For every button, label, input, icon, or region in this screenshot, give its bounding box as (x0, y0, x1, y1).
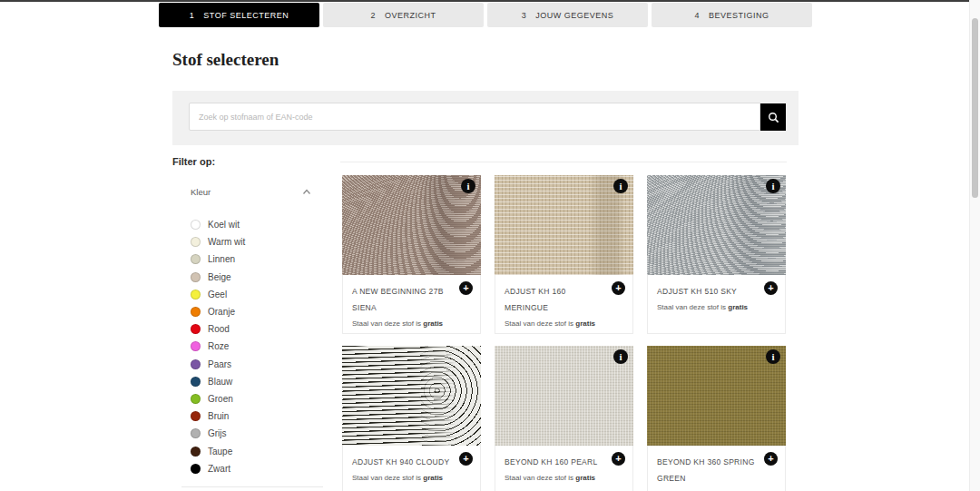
card-body: ADJUST KH 940 CLOUDY Staal van deze stof… (343, 446, 480, 482)
color-filter-roze[interactable]: Roze (191, 338, 245, 355)
fabric-card: i ADJUST KH 160 MERINGUE Staal van deze … (495, 175, 633, 334)
color-swatch-icon (191, 464, 201, 474)
fabric-name: ADJUST KH 510 SKY (657, 283, 764, 300)
add-sample-button[interactable]: + (612, 281, 625, 295)
card-body: BEYOND KH 360 SPRING GREEN Staal van dez… (648, 446, 785, 491)
fabric-card: i ADJUST KH 510 SKY Staal van deze stof … (647, 175, 786, 334)
card-body: ADJUST KH 160 MERINGUE Staal van deze st… (495, 275, 632, 328)
page-title: Stof selecteren (172, 50, 279, 70)
step-number: 3 (522, 11, 527, 20)
fabric-note: Staal van deze stof is gratis (505, 319, 623, 328)
fabric-name: A NEW BEGINNING 27B SIENA (352, 283, 459, 316)
search-panel (172, 91, 799, 145)
step-number: 4 (694, 11, 700, 20)
step-tab-overzicht[interactable]: 2 OVERZICHT (323, 3, 484, 27)
fabric-note: Staal van deze stof is gratis (657, 303, 776, 311)
color-filter-rood[interactable]: Rood (191, 320, 245, 338)
color-swatch-icon (191, 394, 201, 404)
fabric-note: Staal van deze stof is gratis (352, 319, 471, 328)
info-icon[interactable]: i (613, 349, 628, 364)
color-filter-warm-wit[interactable]: Warm wit (191, 233, 245, 250)
add-sample-button[interactable]: + (764, 281, 778, 295)
fabric-note: Staal van deze stof is gratis (505, 474, 623, 482)
card-body: BEYOND KH 160 PEARL Staal van deze stof … (495, 446, 632, 482)
fabric-card: i BEYOND KH 160 PEARL Staal van deze sto… (495, 346, 633, 491)
color-filter-koel-wit[interactable]: Koel wit (191, 216, 245, 233)
step-tab-bevestiging[interactable]: 4 BEVESTIGING (652, 3, 812, 27)
color-swatch-icon (191, 428, 201, 438)
info-icon[interactable]: i (766, 349, 780, 364)
card-body: A NEW BEGINNING 27B SIENA Staal van deze… (343, 275, 480, 328)
filter-group-label: Kleur (191, 187, 211, 197)
add-sample-button[interactable]: + (764, 452, 778, 466)
color-filter-linnen[interactable]: Linnen (191, 250, 245, 268)
fabric-name: ADJUST KH 940 CLOUDY (352, 454, 459, 470)
grid-top-divider (340, 162, 787, 162)
chevron-up-icon (302, 189, 311, 195)
color-swatch-icon (191, 359, 201, 369)
search-input[interactable] (189, 103, 760, 131)
color-filter-geel[interactable]: Geel (191, 286, 245, 303)
search-button[interactable] (760, 103, 786, 131)
color-swatch-icon (191, 447, 201, 457)
color-swatch-icon (191, 324, 201, 334)
filter-heading: Filter op: (172, 156, 215, 167)
color-swatch-icon (191, 307, 201, 317)
fabric-swatch-image[interactable]: i (495, 175, 633, 275)
card-body: ADJUST KH 510 SKY Staal van deze stof is… (648, 275, 785, 311)
color-swatch-icon (191, 377, 201, 387)
add-sample-button[interactable]: + (612, 452, 625, 466)
step-label: OVERZICHT (385, 11, 436, 20)
fabric-swatch-image[interactable]: i (495, 346, 633, 446)
top-border-line (0, 0, 980, 2)
fabric-name: ADJUST KH 160 MERINGUE (505, 283, 612, 316)
color-swatch-icon (191, 237, 201, 247)
fabric-swatch-image[interactable]: i (342, 346, 481, 446)
step-wizard: 1 STOF SELECTEREN 2 OVERZICHT 3 JOUW GEG… (159, 3, 812, 27)
color-filter-list: Koel wit Warm wit Linnen Beige Geel Oran… (191, 216, 245, 477)
fabric-card: i BEYOND KH 360 SPRING GREEN Staal van d… (647, 346, 786, 491)
color-swatch-icon (191, 272, 201, 282)
fabric-swatch-image[interactable]: i (647, 175, 786, 275)
color-filter-beige[interactable]: Beige (191, 269, 245, 286)
info-icon[interactable]: i (461, 349, 475, 364)
fabric-swatch-image[interactable]: i (342, 175, 481, 275)
color-swatch-icon (191, 220, 201, 230)
color-swatch-icon (191, 290, 201, 300)
search-icon (768, 112, 779, 123)
fabric-name: BEYOND KH 360 SPRING GREEN (657, 454, 764, 486)
fabric-grid: i A NEW BEGINNING 27B SIENA Staal van de… (342, 175, 787, 491)
add-sample-button[interactable]: + (459, 281, 473, 295)
color-filter-blauw[interactable]: Blauw (191, 373, 245, 390)
step-tab-jouw-gegevens[interactable]: 3 JOUW GEGEVENS (487, 3, 648, 27)
fabric-card: i ADJUST KH 940 CLOUDY Staal van deze st… (342, 346, 481, 491)
color-filter-zwart[interactable]: Zwart (191, 460, 245, 477)
color-filter-taupe[interactable]: Taupe (191, 442, 245, 459)
color-swatch-icon (191, 411, 201, 421)
fabric-card: i A NEW BEGINNING 27B SIENA Staal van de… (342, 175, 481, 334)
step-number: 2 (370, 11, 376, 20)
fabric-swatch-image[interactable]: i (647, 346, 786, 446)
step-label: JOUW GEGEVENS (535, 11, 613, 20)
color-filter-bruin[interactable]: Bruin (191, 408, 245, 425)
filter-group-kleur[interactable]: Kleur (191, 187, 311, 197)
fabric-name: BEYOND KH 160 PEARL (505, 454, 612, 470)
color-swatch-icon (191, 254, 201, 264)
step-label: STOF SELECTEREN (203, 11, 289, 20)
fabric-note: Staal van deze stof is gratis (352, 474, 471, 482)
color-filter-groen[interactable]: Groen (191, 390, 245, 408)
scrollbar[interactable] (969, 0, 980, 491)
color-filter-oranje[interactable]: Oranje (191, 303, 245, 320)
info-icon[interactable]: i (613, 179, 628, 193)
color-swatch-icon (191, 341, 201, 351)
scrollbar-thumb[interactable] (972, 18, 978, 198)
info-icon[interactable]: i (461, 179, 475, 193)
add-sample-button[interactable]: + (459, 452, 473, 466)
color-filter-paars[interactable]: Paars (191, 356, 245, 373)
filter-divider (181, 486, 323, 487)
step-tab-stof-selecteren[interactable]: 1 STOF SELECTEREN (159, 3, 319, 27)
color-filter-grijs[interactable]: Grijs (191, 425, 245, 442)
step-number: 1 (190, 11, 195, 20)
info-icon[interactable]: i (766, 179, 780, 193)
step-label: BEVESTIGING (709, 11, 769, 20)
